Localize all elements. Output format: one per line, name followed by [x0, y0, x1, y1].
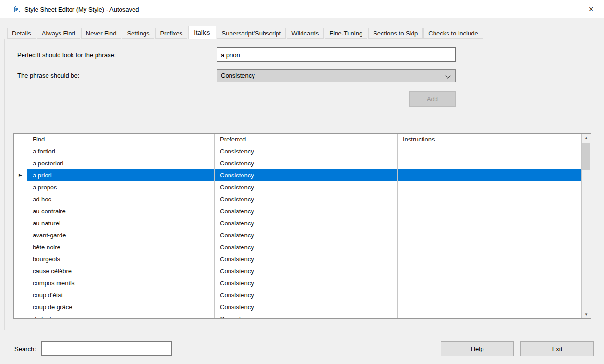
- table-scrollbar[interactable]: ▲ ▼: [581, 134, 591, 318]
- cell-preferred: Consistency: [215, 157, 398, 169]
- table-row[interactable]: ▶a prioriConsistency: [14, 169, 581, 181]
- tab-settings[interactable]: Settings: [122, 28, 154, 39]
- row-gutter-cell: [14, 145, 27, 157]
- table-row[interactable]: a proposConsistency: [14, 181, 581, 193]
- table-row[interactable]: de factoConsistency: [14, 313, 581, 318]
- table-row[interactable]: avant-gardeConsistency: [14, 229, 581, 241]
- cell-instructions: [398, 205, 581, 217]
- row-gutter-cell: [14, 181, 27, 193]
- cell-preferred: Consistency: [215, 301, 398, 313]
- scroll-up-icon: ▲: [584, 136, 588, 140]
- cell-find: de facto: [27, 313, 215, 318]
- table-row[interactable]: au naturelConsistency: [14, 217, 581, 229]
- phrase-label: PerfectIt should look for the phrase:: [17, 47, 116, 62]
- table-row[interactable]: coup d'étatConsistency: [14, 289, 581, 301]
- cell-preferred: Consistency: [215, 313, 398, 318]
- column-header-find[interactable]: Find: [27, 134, 215, 145]
- tab-italics[interactable]: Italics: [188, 26, 216, 39]
- table-row[interactable]: a fortioriConsistency: [14, 145, 581, 157]
- table-row[interactable]: au contraireConsistency: [14, 205, 581, 217]
- cell-preferred: Consistency: [215, 229, 398, 241]
- cell-preferred: Consistency: [215, 205, 398, 217]
- cell-instructions: [398, 289, 581, 301]
- table-row[interactable]: coup de grâceConsistency: [14, 301, 581, 313]
- app-icon: [13, 5, 21, 13]
- row-gutter-cell: [14, 289, 27, 301]
- cell-find: coup de grâce: [27, 301, 215, 313]
- cell-find: au contraire: [27, 205, 215, 217]
- cell-instructions: [398, 265, 581, 277]
- cell-find: cause célèbre: [27, 265, 215, 277]
- chevron-down-icon: [445, 73, 450, 78]
- cell-preferred: Consistency: [215, 145, 398, 157]
- row-gutter-cell: [14, 277, 27, 289]
- gutter-header-cell: [14, 134, 27, 145]
- cell-preferred: Consistency: [215, 253, 398, 265]
- table-row[interactable]: cause célèbreConsistency: [14, 265, 581, 277]
- tab-fine-tuning[interactable]: Fine-Tuning: [325, 28, 367, 39]
- column-header-instructions[interactable]: Instructions: [398, 134, 581, 145]
- cell-preferred: Consistency: [215, 265, 398, 277]
- table-grid: FindPreferredInstructions a fortioriCons…: [14, 134, 581, 318]
- table-body: a fortioriConsistencya posterioriConsist…: [14, 145, 581, 318]
- cell-find: a fortiori: [27, 145, 215, 157]
- cell-find: bête noire: [27, 241, 215, 253]
- scroll-down-button[interactable]: ▼: [582, 310, 591, 318]
- row-gutter-cell: [14, 265, 27, 277]
- tab-strip: DetailsAlways FindNever FindSettingsPref…: [7, 26, 484, 39]
- table-row[interactable]: ad hocConsistency: [14, 193, 581, 205]
- cell-find: a priori: [27, 169, 215, 181]
- cell-instructions: [398, 145, 581, 157]
- window-title: Style Sheet Editor (My Style) - Autosave…: [24, 6, 139, 13]
- add-button[interactable]: Add: [409, 91, 456, 107]
- row-gutter-cell: [14, 205, 27, 217]
- cell-instructions: [398, 301, 581, 313]
- cell-find: compos mentis: [27, 277, 215, 289]
- row-gutter-cell: [14, 241, 27, 253]
- dropdown-selected-value: Consistency: [221, 72, 255, 79]
- style-sheet-editor-window: Style Sheet Editor (My Style) - Autosave…: [0, 0, 604, 364]
- close-button[interactable]: ✕: [581, 2, 601, 16]
- tab-wildcards[interactable]: Wildcards: [287, 28, 324, 39]
- phrase-input[interactable]: [217, 47, 456, 62]
- cell-instructions: [398, 193, 581, 205]
- scroll-up-button[interactable]: ▲: [582, 134, 591, 142]
- cell-instructions: [398, 313, 581, 318]
- phrase-table: FindPreferredInstructions a fortioriCons…: [13, 133, 591, 319]
- table-row[interactable]: bourgeoisConsistency: [14, 253, 581, 265]
- row-gutter-cell: [14, 157, 27, 169]
- tab-prefixes[interactable]: Prefixes: [155, 28, 187, 39]
- row-gutter-cell: [14, 301, 27, 313]
- table-row[interactable]: bête noireConsistency: [14, 241, 581, 253]
- search-input[interactable]: [41, 341, 172, 356]
- tab-never-find[interactable]: Never Find: [81, 28, 121, 39]
- help-button[interactable]: Help: [441, 341, 514, 356]
- scrollbar-thumb[interactable]: [582, 143, 590, 170]
- cell-preferred: Consistency: [215, 277, 398, 289]
- tab-page-italics: PerfectIt should look for the phrase: Th…: [4, 39, 600, 330]
- tab-details[interactable]: Details: [7, 28, 36, 39]
- tab-always-find[interactable]: Always Find: [37, 28, 80, 39]
- exit-button[interactable]: Exit: [520, 341, 594, 356]
- column-header-preferred[interactable]: Preferred: [215, 134, 398, 145]
- titlebar[interactable]: Style Sheet Editor (My Style) - Autosave…: [0, 0, 604, 18]
- row-selector-cell: ▶: [14, 169, 27, 181]
- cell-instructions: [398, 277, 581, 289]
- cell-instructions: [398, 229, 581, 241]
- search-label: Search:: [14, 341, 36, 356]
- table-row[interactable]: compos mentisConsistency: [14, 277, 581, 289]
- tab-superscript-subscript[interactable]: Superscript/Subscript: [217, 28, 286, 39]
- cell-find: ad hoc: [27, 193, 215, 205]
- row-gutter-cell: [14, 313, 27, 318]
- cell-instructions: [398, 217, 581, 229]
- cell-instructions: [398, 157, 581, 169]
- tab-checks-to-include[interactable]: Checks to Include: [423, 28, 483, 39]
- phrase-type-dropdown[interactable]: Consistency: [217, 69, 456, 82]
- row-gutter-cell: [14, 193, 27, 205]
- cell-preferred: Consistency: [215, 217, 398, 229]
- cell-preferred: Consistency: [215, 241, 398, 253]
- tab-sections-to-skip[interactable]: Sections to Skip: [368, 28, 423, 39]
- row-gutter-cell: [14, 253, 27, 265]
- cell-find: a propos: [27, 181, 215, 193]
- table-row[interactable]: a posterioriConsistency: [14, 157, 581, 169]
